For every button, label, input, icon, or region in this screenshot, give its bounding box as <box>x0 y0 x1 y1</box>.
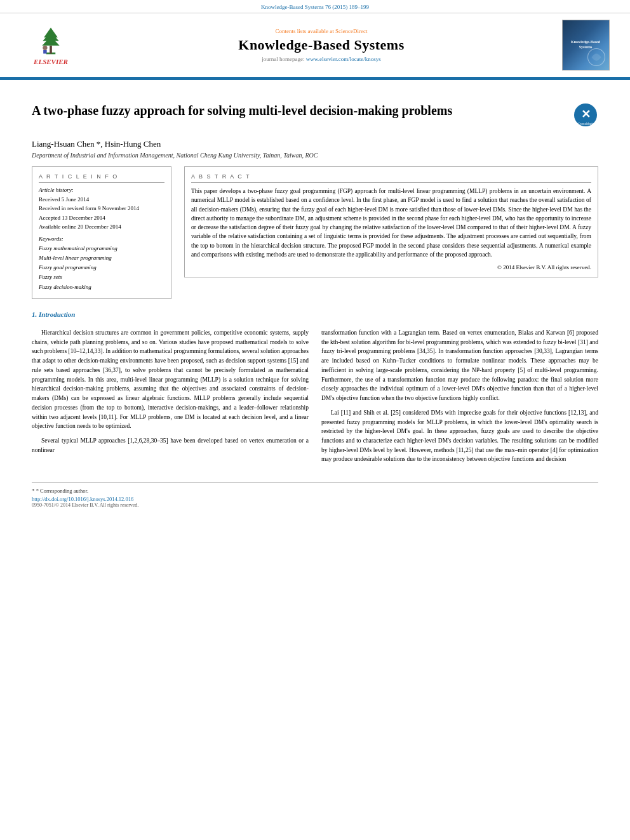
cover-title-text: Knowledge-BasedSystems <box>571 40 600 50</box>
elsevier-wordmark: ELSEVIER <box>34 58 68 65</box>
doi-link[interactable]: http://dx.doi.org/10.1016/j.knosys.2014.… <box>32 496 598 502</box>
footer-issn: 0950-7051/© 2014 Elsevier B.V. All right… <box>32 502 598 508</box>
copyright-line: © 2014 Elsevier B.V. All rights reserved… <box>191 264 591 270</box>
keywords-label: Keywords: <box>39 236 164 242</box>
journal-cover-image: Knowledge-BasedSystems <box>562 20 610 70</box>
journal-citation-text: Knowledge-Based Systems 76 (2015) 189–19… <box>261 4 369 10</box>
intro-left-text: Hierarchical decision structures are com… <box>32 328 309 455</box>
info-abstract-section: A R T I C L E I N F O Article history: R… <box>32 166 598 299</box>
intro-para-2: Several typical MLLP approaches [1,2,6,2… <box>32 436 309 455</box>
keywords-list: Fuzzy mathematical programming Multi-lev… <box>39 244 164 292</box>
footer-section: * * Corresponding author. http://dx.doi.… <box>32 482 598 508</box>
article-info-label: A R T I C L E I N F O <box>39 173 164 183</box>
journal-name-heading: Knowledge-Based Systems <box>89 37 554 53</box>
crossmark-area: ✕ CrossMark <box>573 102 598 128</box>
elsevier-tree-icon <box>32 25 70 57</box>
crossmark-icon: ✕ CrossMark <box>573 103 598 127</box>
intro-left-col: Hierarchical decision structures are com… <box>32 328 309 469</box>
keyword-2: Multi-level linear programming <box>39 253 164 263</box>
contents-text: Contents lists available at <box>276 28 334 34</box>
elsevier-logo-area: ELSEVIER <box>13 25 89 65</box>
article-info-box: A R T I C L E I N F O Article history: R… <box>32 166 171 299</box>
authors-line: Liang-Hsuan Chen *, Hsin-Hung Chen <box>32 139 598 149</box>
journal-header-center: Contents lists available at ScienceDirec… <box>89 28 554 62</box>
keyword-5: Fuzzy decision-making <box>39 283 164 292</box>
article-title: A two-phase fuzzy approach for solving m… <box>32 102 573 119</box>
history-label: Article history: <box>39 187 164 193</box>
received-date: Received 5 June 2014 <box>39 195 164 204</box>
journal-homepage: journal homepage: www.elsevier.com/locat… <box>89 56 554 62</box>
introduction-columns: Hierarchical decision structures are com… <box>32 328 598 469</box>
article-info-column: A R T I C L E I N F O Article history: R… <box>32 166 171 299</box>
introduction-title: 1. Introduction <box>32 310 598 318</box>
sciencedirect-link: Contents lists available at ScienceDirec… <box>89 28 554 34</box>
svg-point-5 <box>43 46 47 50</box>
keyword-4: Fuzzy sets <box>39 272 164 282</box>
journal-url: www.elsevier.com/locate/knosys <box>306 56 381 62</box>
introduction-section: 1. Introduction Hierarchical decision st… <box>32 310 598 469</box>
main-content: A two-phase fuzzy approach for solving m… <box>0 80 630 521</box>
corresponding-author-note: * * Corresponding author. <box>32 488 598 494</box>
intro-para-1: Hierarchical decision structures are com… <box>32 328 309 431</box>
keyword-3: Fuzzy goal programming <box>39 263 164 272</box>
elsevier-logo: ELSEVIER <box>32 25 70 65</box>
intro-right-para-2: Lai [11] and Shih et al. [25] considered… <box>321 408 598 464</box>
journal-cover-area: Knowledge-BasedSystems <box>554 20 617 70</box>
sciencedirect-name: ScienceDirect <box>335 28 367 34</box>
abstract-text: This paper develops a two-phase fuzzy go… <box>191 187 591 259</box>
intro-right-para-1: transformation function with a Lagrangia… <box>321 328 598 403</box>
corresponding-author-text: * Corresponding author. <box>36 488 88 494</box>
svg-rect-6 <box>43 50 46 53</box>
journal-header: ELSEVIER Contents lists available at Sci… <box>0 13 630 78</box>
journal-citation-bar: Knowledge-Based Systems 76 (2015) 189–19… <box>0 0 630 13</box>
abstract-box: A B S T R A C T This paper develops a tw… <box>184 166 598 277</box>
svg-text:CrossMark: CrossMark <box>578 122 594 126</box>
article-title-section: A two-phase fuzzy approach for solving m… <box>32 93 598 134</box>
keyword-1: Fuzzy mathematical programming <box>39 244 164 253</box>
revised-date: Received in revised form 9 November 2014 <box>39 204 164 213</box>
accepted-date: Accepted 13 December 2014 <box>39 213 164 222</box>
footnote-star: * <box>32 488 35 494</box>
svg-text:✕: ✕ <box>581 108 591 121</box>
abstract-column: A B S T R A C T This paper develops a tw… <box>184 166 598 299</box>
abstract-label: A B S T R A C T <box>191 173 591 183</box>
affiliation-line: Department of Industrial and Information… <box>32 152 598 159</box>
svg-rect-1 <box>50 46 52 54</box>
available-date: Available online 20 December 2014 <box>39 222 164 231</box>
intro-right-text: transformation function with a Lagrangia… <box>321 328 598 464</box>
intro-right-col: transformation function with a Lagrangia… <box>321 328 598 469</box>
cover-decoration-icon <box>587 48 606 67</box>
